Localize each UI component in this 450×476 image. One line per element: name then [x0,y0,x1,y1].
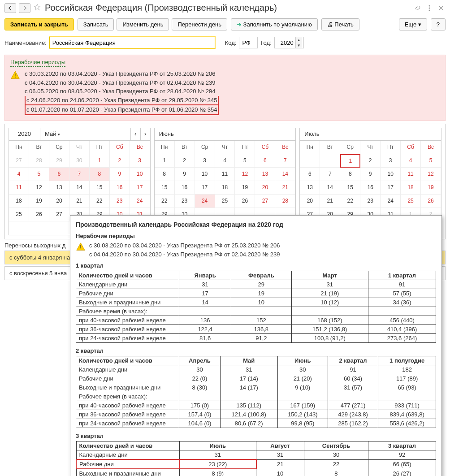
cal-day[interactable]: 7 [69,168,90,181]
save-close-button[interactable]: Записать и закрыть [4,18,74,30]
cal-day[interactable]: 21 [320,195,340,208]
year-down-icon[interactable]: ▼ [296,43,302,48]
cal-day[interactable]: 8 [155,168,175,181]
cal-day[interactable]: 10 [195,168,215,181]
cal-day[interactable]: 20 [300,195,320,208]
cal-day[interactable]: 19 [29,195,49,208]
cal-day[interactable]: 1 [340,154,360,168]
help-button[interactable]: ? [431,18,446,30]
cal-day[interactable]: 28 [275,195,295,208]
year-stepper[interactable]: ▲▼ [274,37,304,48]
cal-day[interactable]: 6 [49,168,69,181]
cal-day[interactable]: 24 [195,195,215,208]
year-up-icon[interactable]: ▲ [296,37,302,43]
cal-day[interactable]: 21 [69,195,90,208]
more-button[interactable]: Еще ▾ [399,18,427,30]
cal-day[interactable]: 26 [421,195,441,208]
cal-day[interactable]: 1 [155,154,175,168]
cal-day[interactable]: 28 [29,154,49,168]
cal-day[interactable]: 2 [110,154,130,168]
cal-day[interactable]: 22 [155,195,175,208]
cal-day[interactable]: 14 [69,181,90,195]
cal-day[interactable]: 1 [90,154,110,168]
cal-day[interactable]: 22 [90,195,110,208]
cal-day[interactable]: 3 [195,154,215,168]
cal-day[interactable]: 17 [195,181,215,195]
cal-day[interactable]: 13 [49,181,69,195]
forward-button[interactable] [19,3,30,13]
cal-day[interactable]: 18 [215,181,235,195]
cal-day[interactable]: 16 [360,181,381,195]
cal-day[interactable]: 6 [255,154,275,168]
cal-day[interactable]: 4 [9,168,29,181]
cal-day[interactable]: 14 [320,181,340,195]
cal-day[interactable]: 25 [215,195,235,208]
cal-year[interactable]: 2020 [9,128,40,140]
cal-day[interactable]: 20 [49,195,69,208]
cal-day[interactable]: 7 [320,168,340,181]
cal-day[interactable]: 18 [401,181,421,195]
cal-day[interactable]: 5 [235,154,255,168]
cal-day[interactable] [300,154,320,168]
cal-day[interactable]: 12 [29,181,49,195]
cal-day[interactable]: 14 [275,168,295,181]
cal-day[interactable]: 16 [175,181,195,195]
nonwork-title[interactable]: Нерабочие периоды [10,59,65,67]
cal-day[interactable]: 26 [29,208,49,221]
back-button[interactable] [4,3,16,13]
cal-day[interactable]: 18 [9,195,29,208]
cal-day[interactable]: 15 [340,181,360,195]
cal-day[interactable]: 27 [255,195,275,208]
cal-day[interactable]: 5 [421,154,441,168]
cal-day[interactable]: 10 [130,168,150,181]
menu-dots-icon[interactable] [425,4,434,13]
change-day-button[interactable]: Изменить день [117,18,169,30]
cal-day[interactable]: 23 [175,195,195,208]
cal-day[interactable]: 4 [401,154,421,168]
print-button[interactable]: 🖨 Печать [321,18,359,30]
move-day-button[interactable]: Перенести день [172,18,227,30]
cal-day[interactable]: 15 [155,181,175,195]
cal-day[interactable]: 8 [90,168,110,181]
cal-month-name[interactable]: Май ▾ [40,128,130,141]
cal-day[interactable]: 13 [255,168,275,181]
cal-day[interactable]: 3 [130,154,150,168]
cal-day[interactable] [320,154,340,168]
cal-day[interactable]: 9 [110,168,130,181]
cal-day[interactable]: 9 [360,168,381,181]
cal-day[interactable]: 17 [381,181,401,195]
cal-day[interactable]: 25 [9,208,29,221]
cal-prev-button[interactable]: ‹ [130,128,140,140]
cal-day[interactable]: 23 [110,195,130,208]
cal-day[interactable]: 11 [401,168,421,181]
cal-day[interactable]: 11 [215,168,235,181]
cal-day[interactable]: 5 [29,168,49,181]
cal-day[interactable]: 24 [381,195,401,208]
cal-day[interactable]: 11 [9,181,29,195]
cal-day[interactable]: 29 [49,154,69,168]
fill-default-button[interactable]: ➜ Заполнить по умолчанию [231,18,318,30]
cal-day[interactable]: 3 [381,154,401,168]
cal-day[interactable]: 26 [235,195,255,208]
cal-day[interactable]: 19 [421,181,441,195]
cal-day[interactable]: 17 [130,181,150,195]
code-input[interactable] [239,37,258,48]
cal-day[interactable]: 23 [360,195,381,208]
cal-day[interactable]: 12 [421,168,441,181]
cal-day[interactable]: 2 [360,154,381,168]
cal-day[interactable]: 12 [235,168,255,181]
cal-day[interactable]: 6 [300,168,320,181]
close-icon[interactable] [437,4,446,13]
cal-day[interactable]: 20 [255,181,275,195]
cal-day[interactable]: 2 [175,154,195,168]
cal-day[interactable]: 27 [49,208,69,221]
name-input[interactable] [49,37,215,48]
cal-day[interactable]: 15 [90,181,110,195]
cal-day[interactable]: 10 [381,168,401,181]
cal-day[interactable]: 16 [110,181,130,195]
cal-next-button[interactable]: › [140,128,150,140]
cal-day[interactable]: 7 [275,154,295,168]
cal-day[interactable]: 24 [130,195,150,208]
cal-day[interactable]: 4 [215,154,235,168]
cal-day[interactable]: 21 [275,181,295,195]
